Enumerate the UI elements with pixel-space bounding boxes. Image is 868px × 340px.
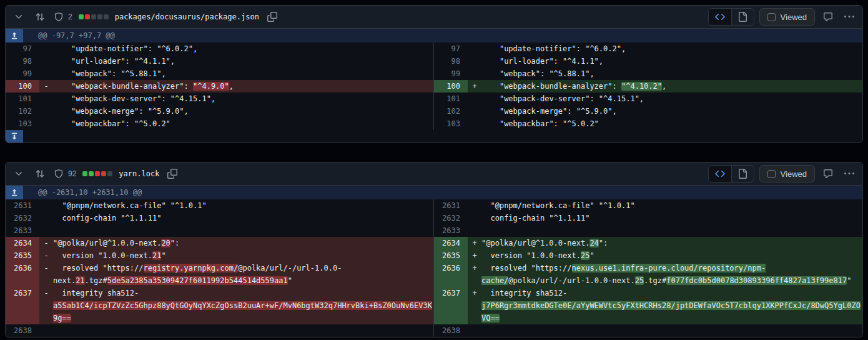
- diff-marker: [39, 199, 53, 212]
- code-text: version "1.0.0-next.: [481, 251, 581, 260]
- diff-side-right: 2632 config-chain "^1.1.11": [434, 212, 862, 224]
- line-number[interactable]: 99: [434, 68, 468, 80]
- diffstat-block-del: [95, 171, 100, 176]
- copy-path-button[interactable]: [164, 166, 180, 182]
- file-path[interactable]: packages/docusaurus/package.json: [115, 12, 259, 22]
- line-number[interactable]: 2632: [434, 212, 468, 224]
- source-diff-button[interactable]: [709, 9, 731, 25]
- line-number[interactable]: 99: [6, 68, 39, 80]
- line-number[interactable]: 2636: [6, 262, 39, 287]
- copy-path-button[interactable]: [264, 9, 280, 25]
- line-number[interactable]: 101: [434, 92, 468, 105]
- diff-side-left: 2638: [6, 324, 434, 337]
- line-number[interactable]: 2633: [6, 224, 39, 237]
- diff-marker: -: [39, 249, 53, 262]
- diff-marker: [468, 68, 481, 80]
- comment-icon: [823, 169, 833, 179]
- hunk-header-text: @@ -97,7 +97,7 @@: [23, 29, 115, 42]
- viewed-checkbox[interactable]: [767, 170, 776, 178]
- diff-row: 99 "webpack": "^5.88.1",99 "webpack": "^…: [6, 68, 862, 80]
- line-number[interactable]: 2635: [434, 249, 468, 262]
- line-number[interactable]: 102: [434, 105, 468, 118]
- split-diff: 97 "update-notifier": "^6.0.2",97 "updat…: [6, 42, 862, 130]
- line-number[interactable]: 2638: [6, 324, 39, 337]
- code-text: version "1.0.0-next.: [53, 251, 152, 260]
- code-text: ,: [229, 82, 234, 91]
- code-text: resolved "https://: [481, 264, 572, 272]
- line-number[interactable]: 2632: [6, 212, 39, 224]
- line-number[interactable]: 100: [434, 80, 468, 92]
- code-line: "update-notifier": "^6.0.2",: [53, 42, 433, 55]
- rich-diff-button[interactable]: [731, 166, 754, 182]
- code-text: ,: [662, 82, 666, 91]
- code-line: "webpack-merge": "^5.9.0",: [481, 105, 862, 118]
- diff-row: 97 "update-notifier": "^6.0.2",97 "updat…: [6, 42, 862, 55]
- code-line: "webpack-dev-server": "^4.15.1",: [53, 92, 433, 105]
- file-collapse-button[interactable]: [11, 166, 27, 182]
- line-number[interactable]: 100: [6, 80, 39, 92]
- diff-marker: [39, 212, 53, 224]
- viewed-button[interactable]: Viewed: [759, 165, 815, 182]
- code-text: "webpackbar": "^5.0.2": [481, 119, 599, 128]
- diff-side-left: 100- "webpack-bundle-analyzer": "^4.9.0"…: [6, 80, 434, 92]
- expand-up-button[interactable]: [6, 29, 23, 42]
- viewed-button[interactable]: Viewed: [759, 8, 815, 26]
- more-options-button[interactable]: [841, 166, 857, 182]
- line-number[interactable]: 2636: [434, 262, 468, 287]
- line-number[interactable]: 97: [434, 42, 468, 55]
- line-number[interactable]: 2634: [6, 237, 39, 249]
- diff-marker: -: [39, 262, 53, 287]
- line-number[interactable]: 103: [434, 118, 468, 130]
- code-text: "url-loader": "^4.1.1",: [53, 57, 175, 66]
- code-text: ":: [170, 239, 179, 248]
- line-number[interactable]: 103: [6, 118, 39, 130]
- changed-text: f077fdc0b5d0078d30893396ff4827a13f99e817: [666, 276, 847, 285]
- comment-button[interactable]: [820, 166, 836, 182]
- code-line: config-chain "^1.1.11": [481, 212, 862, 224]
- line-number[interactable]: 2637: [6, 287, 39, 324]
- diff-marker: -: [39, 237, 53, 249]
- viewed-checkbox[interactable]: [767, 13, 776, 21]
- line-number[interactable]: 2631: [6, 199, 39, 212]
- line-number[interactable]: 2634: [434, 237, 468, 249]
- file-collapse-button[interactable]: [11, 9, 27, 25]
- diff-side-left: 99 "webpack": "^5.88.1",: [6, 68, 434, 80]
- copy-icon: [267, 12, 277, 22]
- more-options-button[interactable]: [841, 9, 857, 25]
- diff-side-left: 2632 config-chain "^1.1.11": [6, 212, 434, 224]
- copy-icon: [167, 169, 177, 179]
- diff-side-left: 103 "webpackbar": "^5.0.2": [6, 118, 434, 130]
- line-number[interactable]: 2635: [6, 249, 39, 262]
- code-text: config-chain "^1.1.11": [481, 214, 589, 222]
- expand-up-button[interactable]: [6, 186, 23, 199]
- code-text: "webpackbar": "^5.0.2": [53, 119, 170, 128]
- line-number[interactable]: 2637: [434, 287, 468, 324]
- code-text: .tgz#: [644, 276, 666, 285]
- line-number[interactable]: 98: [6, 55, 39, 68]
- code-text: "url-loader": "^4.1.1",: [481, 57, 603, 66]
- line-number[interactable]: 2638: [434, 324, 468, 337]
- fold-up-icon: [10, 188, 19, 197]
- line-number[interactable]: 102: [6, 105, 39, 118]
- line-number[interactable]: 98: [434, 55, 468, 68]
- rich-diff-button[interactable]: [731, 9, 754, 25]
- line-number[interactable]: 2631: [434, 199, 468, 212]
- line-number[interactable]: 2633: [434, 224, 468, 237]
- viewed-label: Viewed: [781, 169, 807, 179]
- file-reorder-button[interactable]: [32, 9, 48, 25]
- changes-count: 2: [68, 12, 72, 21]
- diffstat-block-del: [101, 171, 106, 176]
- diff-row: 2635- version "1.0.0-next.21"2635+ versi…: [6, 249, 862, 262]
- changed-text: registry.yarnpkg.com/: [144, 264, 239, 272]
- code-text: ":: [599, 239, 608, 248]
- file-path[interactable]: yarn.lock: [119, 169, 159, 179]
- arrows-up-down-icon: [35, 12, 45, 22]
- expand-down-button[interactable]: [6, 130, 23, 142]
- line-number[interactable]: 101: [6, 92, 39, 105]
- file-reorder-button[interactable]: [32, 166, 48, 182]
- source-diff-button[interactable]: [709, 166, 731, 182]
- line-number[interactable]: 97: [6, 42, 39, 55]
- comment-button[interactable]: [820, 9, 836, 25]
- file-icon: [737, 12, 747, 22]
- changed-text: 21: [76, 276, 84, 285]
